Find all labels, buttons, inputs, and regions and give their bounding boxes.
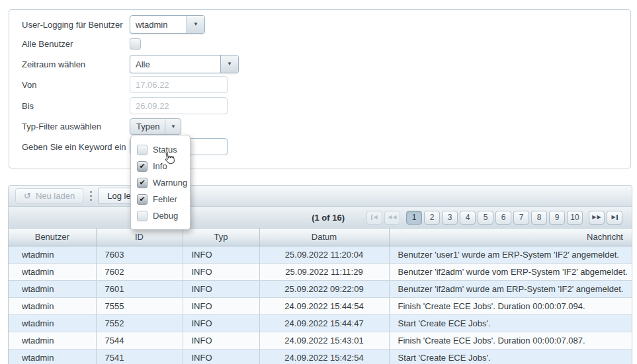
prev-page-icon: ◀◀ — [388, 215, 396, 220]
user-logging-filter-panel: User-Logging für Benutzer wtadmin ▼ Alle… — [9, 9, 631, 168]
alle-benutzer-checkbox[interactable]: ✔ — [130, 38, 141, 50]
cell-typ: INFO — [183, 280, 259, 297]
cell-nachricht: Start 'Create ECE Jobs'. — [389, 349, 632, 364]
hand-cursor-icon — [162, 151, 177, 169]
typ-filter-trigger[interactable]: ▼ — [165, 119, 181, 134]
cell-datum: 24.09.2022 15:44:47 — [259, 314, 389, 332]
table-row[interactable]: wtadmin 7602 INFO 25.09.2022 11:11:29 Be… — [9, 263, 632, 280]
page-button-3[interactable]: 3 — [442, 211, 458, 225]
check-icon: ✔ — [139, 162, 145, 170]
page-button-1[interactable]: 1 — [406, 211, 422, 225]
page-button-5[interactable]: 5 — [478, 211, 493, 225]
log-table: Benutzer ID Typ Datum Nachricht wtadmin … — [9, 229, 632, 364]
warnung-checkbox[interactable]: ✔ — [137, 178, 148, 188]
bis-label: Bis — [22, 101, 130, 111]
page-button-2[interactable]: 2 — [424, 211, 440, 225]
form-row-bis: Bis — [22, 97, 624, 114]
page-button-8[interactable]: 8 — [531, 211, 547, 225]
typ-filter-menu: ✔ Status ✔ Info ✔ Warnung ✔ Fehler ✔ Deb… — [130, 135, 191, 230]
status-checkbox[interactable]: ✔ — [137, 145, 148, 155]
column-header-id[interactable]: ID — [96, 229, 183, 246]
chevron-down-icon: ▼ — [171, 124, 176, 129]
menu-item-warnung[interactable]: ✔ Warnung — [137, 174, 190, 191]
cell-benutzer: wtadmin — [9, 297, 96, 314]
von-date-input — [130, 76, 228, 93]
cell-benutzer: wtadmin — [9, 349, 96, 364]
column-header-nachricht[interactable]: Nachricht — [389, 229, 632, 246]
cell-id: 7541 — [96, 349, 183, 364]
toolbar-separator — [90, 191, 92, 201]
table-row[interactable]: wtadmin 7601 INFO 25.09.2022 09:22:09 Be… — [9, 280, 632, 297]
keyword-label: Geben Sie ein Keyword ein — [22, 142, 130, 152]
cell-typ: INFO — [183, 314, 259, 332]
last-page-icon: ▶ — [611, 215, 617, 220]
log-table-container: Benutzer ID Typ Datum Nachricht wtadmin … — [8, 229, 632, 364]
column-header-benutzer[interactable]: Benutzer — [9, 229, 96, 246]
column-header-typ[interactable]: Typ — [183, 229, 259, 246]
user-dropdown-trigger[interactable]: ▼ — [187, 16, 204, 33]
cell-nachricht: Benutzer 'if2adm' wurde vom ERP-System '… — [389, 263, 632, 280]
refresh-icon: ↺ — [24, 192, 31, 200]
table-row[interactable]: wtadmin 7555 INFO 24.09.2022 15:44:54 Fi… — [9, 297, 632, 314]
cell-nachricht: Finish 'Create ECE Jobs'. Duration 00:00… — [389, 332, 632, 349]
cell-id: 7552 — [96, 314, 183, 332]
check-icon: ✔ — [139, 195, 145, 203]
zeitraum-dropdown-value: Alle — [130, 55, 220, 73]
cell-nachricht: Start 'Create ECE Jobs'. — [389, 314, 632, 332]
next-page-icon: ▶▶ — [592, 215, 601, 220]
last-page-button[interactable]: ▶ — [607, 211, 622, 225]
page-button-9[interactable]: 9 — [549, 211, 565, 225]
cell-id: 7544 — [96, 332, 183, 349]
form-row-typ-filter: Typ-Filter auswählen Typen ▼ — [22, 118, 624, 135]
reload-button: ↺ Neu laden — [15, 188, 83, 203]
next-page-button[interactable]: ▶▶ — [589, 211, 605, 225]
cell-benutzer: wtadmin — [9, 314, 96, 332]
paginator: (1 of 16) ◀ ◀◀ 1 2 3 4 5 6 7 8 9 10 ▶▶ ▶ — [8, 207, 632, 229]
table-row[interactable]: wtadmin 7603 INFO 25.09.2022 11:20:04 Be… — [9, 246, 632, 263]
page-button-6[interactable]: 6 — [495, 211, 511, 225]
table-row[interactable]: wtadmin 7544 INFO 24.09.2022 15:43:01 Fi… — [9, 332, 632, 349]
user-logging-label: User-Logging für Benutzer — [22, 20, 130, 30]
typ-filter-multiselect[interactable]: Typen ▼ — [130, 118, 181, 135]
fehler-checkbox[interactable]: ✔ — [137, 194, 148, 205]
cell-benutzer: wtadmin — [9, 280, 96, 297]
menu-item-debug[interactable]: ✔ Debug — [137, 207, 190, 224]
user-dropdown-value: wtadmin — [130, 16, 187, 33]
form-row-von: Von — [22, 76, 624, 93]
bis-date-input — [130, 97, 228, 114]
zeitraum-dropdown-trigger[interactable]: ▼ — [220, 55, 238, 73]
page-button-4[interactable]: 4 — [460, 211, 476, 225]
table-row[interactable]: wtadmin 7541 INFO 24.09.2022 15:42:54 St… — [9, 349, 632, 364]
page-button-10[interactable]: 10 — [567, 211, 583, 225]
reload-button-label: Neu laden — [36, 191, 75, 201]
menu-item-label: Debug — [153, 211, 178, 221]
page-button-7[interactable]: 7 — [513, 211, 529, 225]
cell-datum: 25.09.2022 11:11:29 — [259, 263, 389, 280]
prev-page-button: ◀◀ — [384, 211, 400, 225]
zeitraum-label: Zeitraum wählen — [22, 59, 130, 69]
first-page-button: ◀ — [366, 211, 382, 225]
cell-datum: 24.09.2022 15:43:01 — [259, 332, 389, 349]
menu-item-fehler[interactable]: ✔ Fehler — [137, 191, 190, 207]
column-header-datum[interactable]: Datum — [259, 229, 389, 246]
form-row-zeitraum: Zeitraum wählen Alle ▼ — [22, 55, 624, 73]
chevron-down-icon: ▼ — [193, 22, 198, 27]
cell-datum: 24.09.2022 15:44:54 — [259, 297, 389, 314]
user-dropdown[interactable]: wtadmin ▼ — [130, 15, 205, 34]
cell-typ: INFO — [183, 349, 259, 364]
form-row-user: User-Logging für Benutzer wtadmin ▼ — [22, 15, 624, 34]
cell-datum: 25.09.2022 11:20:04 — [259, 246, 389, 263]
table-row[interactable]: wtadmin 7552 INFO 24.09.2022 15:44:47 St… — [9, 314, 632, 332]
cell-nachricht: Benutzer 'user1' wurde am ERP-System 'IF… — [389, 246, 632, 263]
cell-nachricht: Finish 'Create ECE Jobs'. Duration 00:00… — [389, 297, 632, 314]
debug-checkbox[interactable]: ✔ — [137, 211, 148, 221]
zeitraum-dropdown[interactable]: Alle ▼ — [130, 55, 239, 73]
info-checkbox[interactable]: ✔ — [137, 161, 148, 172]
menu-item-label: Fehler — [153, 194, 177, 204]
alle-benutzer-label: Alle Benutzer — [22, 39, 130, 49]
menu-item-label: Warnung — [153, 178, 187, 188]
chevron-down-icon: ▼ — [227, 61, 232, 67]
cell-id: 7555 — [96, 297, 183, 314]
paginator-status: (1 of 16) — [312, 213, 345, 223]
table-header-row: Benutzer ID Typ Datum Nachricht — [9, 229, 632, 246]
